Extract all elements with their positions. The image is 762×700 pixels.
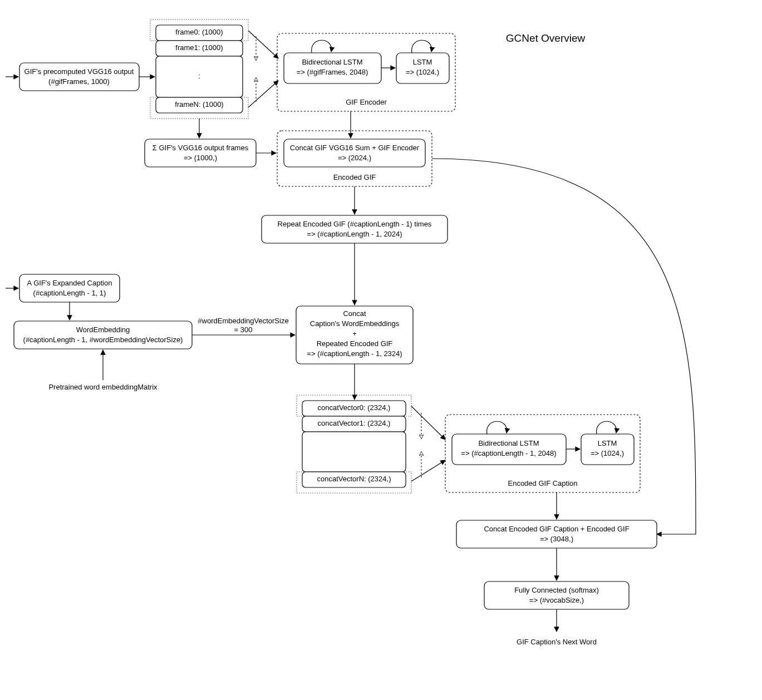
gif-encoder-bilstm-l1: Bidirectional LSTM: [302, 58, 362, 66]
sum-l1: Σ GIF's VGG16 output frames: [153, 144, 249, 152]
concat-main-l1: Concat: [343, 309, 366, 318]
final-concat-l1: Concat Encoded GIF Caption + Encoded GIF: [484, 525, 629, 533]
self-loop-icon: [597, 421, 617, 434]
caption-encoder-lstm-l1: LSTM: [598, 439, 617, 447]
frames-dots: :: [198, 72, 200, 80]
encoded-gif-l1: Concat GIF VGG16 Sum + GIF Encoder: [290, 144, 420, 152]
gif-encoder-bilstm-l2: => (#gifFrames, 2048): [297, 68, 368, 76]
arrow-icon: [411, 406, 445, 440]
concat-main-l5: => (#captionLength - 1, 2324): [307, 349, 402, 358]
fc-l1: Fully Connected (softmax): [514, 586, 599, 594]
repeat-l1: Repeat Encoded GIF (#captionLength - 1) …: [278, 220, 432, 228]
concat-main-l4: Repeated Encoded GIF: [317, 339, 393, 348]
arrow-icon: [248, 31, 278, 58]
caption-input-l2: (#captionLength - 1, 1): [33, 289, 106, 297]
encoded-gif-l2: => (2024,): [338, 154, 371, 162]
arrow-icon: [411, 460, 445, 481]
embed-note: Pretrained word embeddingMatrix: [48, 383, 158, 391]
concat-main-l3: +: [352, 329, 357, 338]
gif-encoder-label: GIF Encoder: [346, 98, 387, 106]
self-loop-icon: [412, 40, 432, 53]
output-label: GIF Caption's Next Word: [517, 638, 597, 646]
self-loop-icon: [487, 421, 507, 434]
frame1-label: frame1: (1000): [175, 43, 223, 52]
word-embedding-l1: WordEmbedding: [76, 326, 130, 334]
skip-arrow: [432, 159, 696, 534]
gif-encoder-lstm-l2: => (1024,): [406, 68, 439, 76]
gif-encoder-lstm-l1: LSTM: [413, 58, 432, 66]
caption-encoder-label: Encoded GIF Caption: [508, 479, 577, 487]
encoded-gif-label: Encoded GIF: [333, 173, 376, 181]
fc-l2: => (#vocabSize,): [529, 596, 584, 604]
input-vgg-l1: GIF's precomputed VGG16 output: [24, 67, 134, 76]
arrow-icon: [248, 81, 278, 107]
sum-l2: => (1000,): [184, 154, 217, 162]
caption-encoder-bilstm-l1: Bidirectional LSTM: [478, 439, 539, 447]
repeat-l2: => (#captionLength - 1, 2024): [307, 230, 402, 238]
embed-size-l2: = 300: [234, 326, 253, 334]
caption-encoder-bilstm-l2: => (#captionLength - 1, 2048): [461, 449, 556, 457]
input-vgg-l2: (#gifFrames, 1000): [48, 77, 110, 86]
cv1-label: concatVector1: (2324,): [318, 419, 391, 427]
self-loop-icon: [312, 40, 332, 53]
frameN-label: frameN: (1000): [175, 100, 223, 109]
caption-encoder-lstm-l2: => (1024,): [591, 449, 624, 457]
cv0-label: concatVector0: (2324,): [318, 403, 391, 412]
embed-size-l1: #wordEmbeddingVectorSize: [198, 317, 288, 325]
cv-mid-box: [302, 432, 406, 472]
diagram-title: GCNet Overview: [506, 32, 586, 44]
word-embedding-l2: (#captionLength - 1, #wordEmbeddingVecto…: [23, 336, 183, 344]
frame0-label: frame0: (1000): [175, 28, 223, 36]
cvN-label: concatVectorN: (2324,): [317, 475, 391, 483]
caption-input-l1: A GIF's Expanded Caption: [27, 279, 112, 287]
final-concat-l2: => (3048,): [540, 535, 573, 543]
concat-main-l2: Caption's WordEmbeddings: [310, 319, 400, 328]
